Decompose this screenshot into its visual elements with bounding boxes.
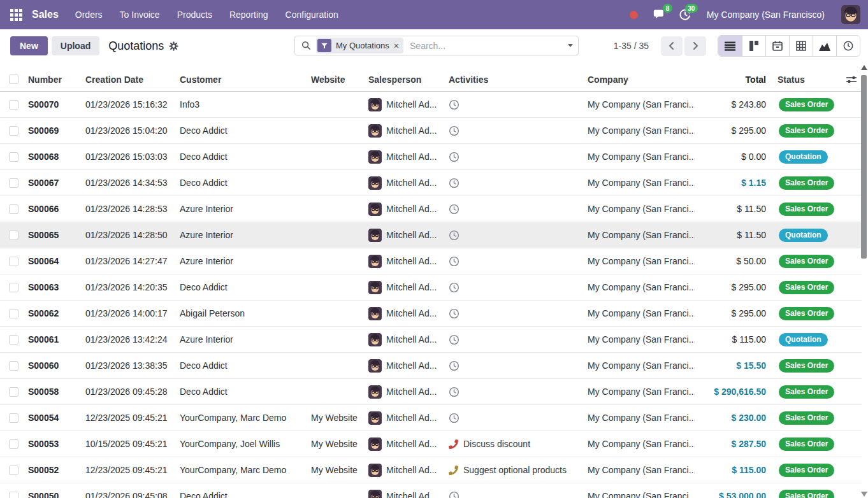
facet-close-icon[interactable]: × [394,41,399,50]
table-row[interactable]: S00050 01/23/2026 09:45:08 Deco Addict M… [0,483,862,498]
search-input[interactable]: Search... [410,41,568,51]
scrollbar-thumb[interactable] [861,75,867,259]
new-button[interactable]: New [10,36,48,55]
apps-grid-icon[interactable] [9,8,23,22]
row-checkbox[interactable] [9,178,18,188]
col-activities[interactable]: Activities [444,75,582,85]
schedule-activity-clock-icon[interactable] [449,360,459,371]
select-all-checkbox[interactable] [9,75,18,84]
list-view-button[interactable] [718,36,742,56]
activities-cell[interactable] [444,125,582,136]
schedule-activity-clock-icon[interactable] [449,125,459,136]
phone-activity-icon[interactable] [449,439,458,449]
table-row[interactable]: S00053 10/15/2025 09:45:21 YourCompany, … [0,431,862,457]
col-status[interactable]: Status [772,75,836,85]
activities-cell[interactable] [444,178,582,189]
messages-icon[interactable]: 8 [652,7,667,22]
col-company[interactable]: Company [582,75,695,85]
schedule-activity-clock-icon[interactable] [449,99,459,110]
table-row[interactable]: S00058 01/23/2026 09:45:28 Deco Addict M… [0,379,862,405]
activities-cell[interactable] [444,99,582,110]
activity-view-button[interactable] [836,36,860,56]
row-checkbox[interactable] [9,257,18,266]
row-checkbox[interactable] [9,413,18,423]
activities-cell[interactable] [444,491,582,498]
kanban-view-button[interactable] [742,36,765,56]
activities-cell[interactable] [444,152,582,162]
scroll-down-arrow-icon[interactable] [861,492,867,497]
activities-cell[interactable] [444,413,582,423]
menu-configuration[interactable]: Configuration [286,10,338,20]
table-row[interactable]: S00063 01/23/2026 14:20:35 Deco Addict M… [0,274,862,301]
table-row[interactable]: S00066 01/23/2026 14:28:53 Azure Interio… [0,196,862,222]
activities-cell[interactable]: Discuss discount [444,439,582,449]
optional-columns-icon[interactable] [836,75,862,84]
schedule-activity-clock-icon[interactable] [449,413,459,423]
calendar-view-button[interactable] [765,36,789,56]
pager-next-button[interactable] [684,36,706,56]
activities-cell[interactable]: Suggest optional products [444,465,582,475]
row-checkbox[interactable] [9,309,18,318]
user-avatar[interactable] [841,5,860,24]
col-website[interactable]: Website [306,75,363,85]
upload-button[interactable]: Upload [52,36,99,55]
schedule-activity-clock-icon[interactable] [449,152,459,162]
activities-cell[interactable] [444,256,582,267]
table-row[interactable]: S00069 01/23/2026 15:04:20 Deco Addict M… [0,118,862,144]
pager-previous-button[interactable] [661,36,683,56]
table-row[interactable]: S00052 12/23/2025 09:45:21 YourCompany, … [0,457,862,483]
row-checkbox[interactable] [9,492,18,498]
schedule-activity-clock-icon[interactable] [449,282,459,293]
table-row[interactable]: S00065 01/23/2026 14:28:50 Azure Interio… [0,222,862,248]
activities-cell[interactable] [444,334,582,345]
table-row[interactable]: S00070 01/23/2026 15:16:32 Info3 Mitchel… [0,92,862,118]
activities-cell[interactable] [444,308,582,319]
col-number[interactable]: Number [23,75,80,85]
schedule-activity-clock-icon[interactable] [449,491,459,498]
row-checkbox[interactable] [9,387,18,397]
row-checkbox[interactable] [9,335,18,345]
activities-cell[interactable] [444,204,582,215]
menu-orders[interactable]: Orders [75,10,103,20]
col-total[interactable]: Total [695,75,772,85]
active-company[interactable]: My Company (San Francisco) [707,10,825,20]
graph-view-button[interactable] [813,36,836,56]
row-checkbox[interactable] [9,439,18,449]
activities-cell[interactable] [444,360,582,371]
search-bar[interactable]: My Quotations × Search... [294,36,579,55]
schedule-activity-clock-icon[interactable] [449,178,459,189]
schedule-activity-clock-icon[interactable] [449,334,459,345]
table-row[interactable]: S00062 01/23/2026 14:00:17 Abigail Peter… [0,301,862,327]
row-checkbox[interactable] [9,152,18,162]
activities-cell[interactable] [444,387,582,397]
menu-to-invoice[interactable]: To Invoice [120,10,160,20]
pivot-view-button[interactable] [789,36,813,56]
scroll-up-arrow-icon[interactable] [861,65,867,70]
table-row[interactable]: S00061 01/23/2026 13:42:24 Azure Interio… [0,327,862,353]
row-checkbox[interactable] [9,100,18,110]
row-checkbox[interactable] [9,231,18,240]
phone-activity-icon[interactable] [449,466,458,475]
activities-icon[interactable]: 30 [677,7,693,22]
col-customer[interactable]: Customer [175,75,306,85]
schedule-activity-clock-icon[interactable] [449,230,459,241]
row-checkbox[interactable] [9,466,18,475]
table-row[interactable]: S00060 01/23/2026 13:38:35 Deco Addict M… [0,353,862,379]
table-row[interactable]: S00068 01/23/2026 15:03:03 Deco Addict M… [0,144,862,170]
activities-cell[interactable] [444,230,582,241]
view-actions-gear-icon[interactable] [169,41,178,51]
row-checkbox[interactable] [9,126,18,136]
schedule-activity-clock-icon[interactable] [449,387,459,397]
schedule-activity-clock-icon[interactable] [449,308,459,319]
table-row[interactable]: S00064 01/23/2026 14:27:47 Azure Interio… [0,248,862,274]
menu-reporting[interactable]: Reporting [229,10,268,20]
activities-cell[interactable] [444,282,582,293]
row-checkbox[interactable] [9,283,18,292]
menu-products[interactable]: Products [177,10,212,20]
row-checkbox[interactable] [9,204,18,214]
schedule-activity-clock-icon[interactable] [449,204,459,215]
table-row[interactable]: S00054 12/23/2025 09:45:21 YourCompany, … [0,405,862,431]
schedule-activity-clock-icon[interactable] [449,256,459,267]
col-salesperson[interactable]: Salesperson [363,75,444,85]
col-creation-date[interactable]: Creation Date [80,75,175,85]
